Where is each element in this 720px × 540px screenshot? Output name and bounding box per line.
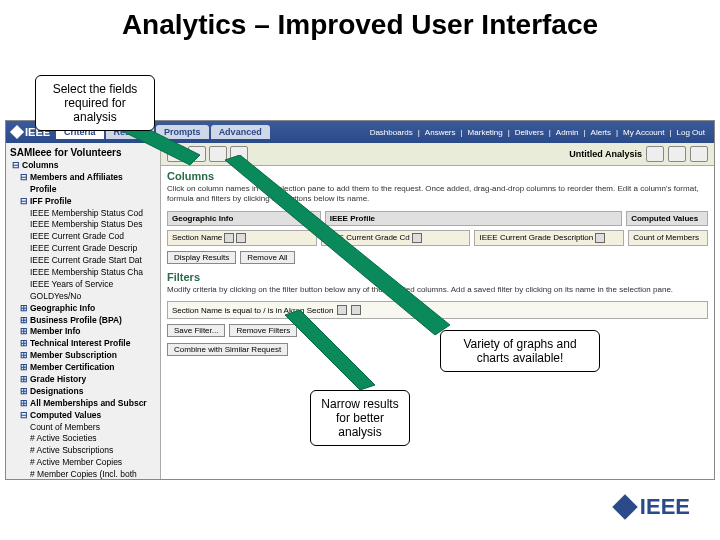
combine-button[interactable]: Combine with Similar Request: [167, 343, 288, 356]
tree-sub[interactable]: ⊞Member Subscription: [8, 350, 158, 362]
toolbar-btn-3[interactable]: [209, 146, 227, 162]
topnav: Dashboards| Answers| Marketing| Delivers…: [367, 128, 708, 137]
diamond-icon: [10, 125, 24, 139]
analysis-title: Untitled Analysis: [569, 149, 642, 159]
toolbar-btn-close[interactable]: [690, 146, 708, 162]
tree-leaf[interactable]: IEEE Current Grade Cod: [8, 231, 158, 243]
tree-memberinfo[interactable]: ⊞Member Info: [8, 326, 158, 338]
nav-delivers[interactable]: Delivers: [512, 128, 547, 137]
footer-ieee-logo: IEEE: [616, 494, 690, 520]
sidebar-title: SAMIeee for Volunteers: [8, 145, 158, 160]
filter-delete-icon[interactable]: [351, 305, 361, 315]
combine-row: Combine with Similar Request: [161, 340, 714, 359]
toolbar-btn-1[interactable]: [167, 146, 185, 162]
nav-logout[interactable]: Log Out: [674, 128, 708, 137]
nav-answers[interactable]: Answers: [422, 128, 459, 137]
tab-advanced[interactable]: Advanced: [211, 125, 270, 139]
tree-leaf[interactable]: IEEE Membership Status Des: [8, 219, 158, 231]
header-computed: Computed Values: [626, 211, 708, 226]
tree-computed[interactable]: ⊟Computed Values: [8, 410, 158, 422]
nav-admin[interactable]: Admin: [553, 128, 582, 137]
nav-dashboards[interactable]: Dashboards: [367, 128, 416, 137]
columns-desc: Click on column names in the selection p…: [161, 184, 714, 209]
tree-bpa[interactable]: ⊞Business Profile (BPA): [8, 315, 158, 327]
filters-heading: Filters: [161, 267, 714, 285]
tree-leaf[interactable]: IEEE Membership Status Cha: [8, 267, 158, 279]
toolbar-btn-refresh[interactable]: [668, 146, 686, 162]
callout-variety-graphs: Variety of graphs and charts available!: [440, 330, 600, 372]
slide-title: Analytics – Improved User Interface: [0, 0, 720, 46]
tree-desig[interactable]: ⊞Designations: [8, 386, 158, 398]
header-ieee: IEEE Profile: [325, 211, 622, 226]
cell-icon[interactable]: [595, 233, 605, 243]
tree: ⊟Columns ⊟Members and Affiliates Profile…: [8, 160, 158, 479]
tree-tech[interactable]: ⊞Technical Interest Profile: [8, 338, 158, 350]
callout-narrow-results: Narrow results for better analysis: [310, 390, 410, 446]
tree-leaf[interactable]: IEEE Current Grade Descrip: [8, 243, 158, 255]
filters-buttons: Save Filter... Remove Filters: [161, 321, 714, 340]
callout-select-fields: Select the fields required for analysis: [35, 75, 155, 131]
cell-grade-desc[interactable]: IEEE Current Grade Description: [474, 230, 624, 246]
cell-icon[interactable]: [224, 233, 234, 243]
diamond-icon: [612, 494, 637, 519]
tree-leaf[interactable]: # Active Member Copies: [8, 457, 158, 469]
tree-grade[interactable]: ⊞Grade History: [8, 374, 158, 386]
tree-leaf[interactable]: Count of Members: [8, 422, 158, 434]
toolbar-btn-save[interactable]: [646, 146, 664, 162]
col-headers-row: Geographic Info IEEE Profile Computed Va…: [161, 209, 714, 228]
tree-allmemb[interactable]: ⊞All Memberships and Subscr: [8, 398, 158, 410]
filter-text: Section Name is equal to / is in Akron S…: [172, 306, 333, 315]
cell-icon[interactable]: [236, 233, 246, 243]
tree-cert[interactable]: ⊞Member Certification: [8, 362, 158, 374]
filters-desc: Modify criteria by clicking on the filte…: [161, 285, 714, 299]
cell-icon[interactable]: [412, 233, 422, 243]
filter-edit-icon[interactable]: [337, 305, 347, 315]
toolbar-btn-4[interactable]: [230, 146, 248, 162]
nav-alerts[interactable]: Alerts: [588, 128, 614, 137]
tree-leaf[interactable]: # Active Subscriptions: [8, 445, 158, 457]
col-cells-row: Section Name IEEE Current Grade Cd IEEE …: [161, 228, 714, 248]
ieee-text: IEEE: [640, 494, 690, 520]
cell-count[interactable]: Count of Members: [628, 230, 708, 246]
tree-geo[interactable]: ⊞Geographic Info: [8, 303, 158, 315]
remove-all-button[interactable]: Remove All: [240, 251, 294, 264]
display-results-button[interactable]: Display Results: [167, 251, 236, 264]
tree-leaf[interactable]: IEEE Years of Service: [8, 279, 158, 291]
tree-members[interactable]: ⊟Members and Affiliates: [8, 172, 158, 184]
tree-leaf[interactable]: GOLDYes/No: [8, 291, 158, 303]
cell-grade-cd[interactable]: IEEE Current Grade Cd: [321, 230, 471, 246]
tree-columns[interactable]: ⊟Columns: [8, 160, 158, 172]
columns-buttons: Display Results Remove All: [161, 248, 714, 267]
toolbar: Untitled Analysis: [161, 143, 714, 166]
main-panel: Untitled Analysis Columns Click on colum…: [161, 143, 714, 479]
tree-leaf[interactable]: # Active Societies: [8, 433, 158, 445]
tree-iff[interactable]: ⊟IFF Profile: [8, 196, 158, 208]
tree-leaf[interactable]: IEEE Current Grade Start Dat: [8, 255, 158, 267]
cell-section[interactable]: Section Name: [167, 230, 317, 246]
toolbar-btn-2[interactable]: [188, 146, 206, 162]
collapse-icon: ⊟: [12, 160, 20, 170]
columns-heading: Columns: [161, 166, 714, 184]
tab-prompts[interactable]: Prompts: [156, 125, 209, 139]
nav-marketing[interactable]: Marketing: [465, 128, 506, 137]
header-geo: Geographic Info: [167, 211, 321, 226]
tree-leaf[interactable]: IEEE Membership Status Cod: [8, 208, 158, 220]
sidebar: SAMIeee for Volunteers ⊟Columns ⊟Members…: [6, 143, 161, 479]
save-filter-button[interactable]: Save Filter...: [167, 324, 225, 337]
remove-filters-button[interactable]: Remove Filters: [229, 324, 297, 337]
nav-myaccount[interactable]: My Account: [620, 128, 667, 137]
tree-profile[interactable]: Profile: [8, 184, 158, 196]
tree-leaf[interactable]: # Member Copies (Incl. both: [8, 469, 158, 479]
filter-row[interactable]: Section Name is equal to / is in Akron S…: [167, 301, 708, 319]
